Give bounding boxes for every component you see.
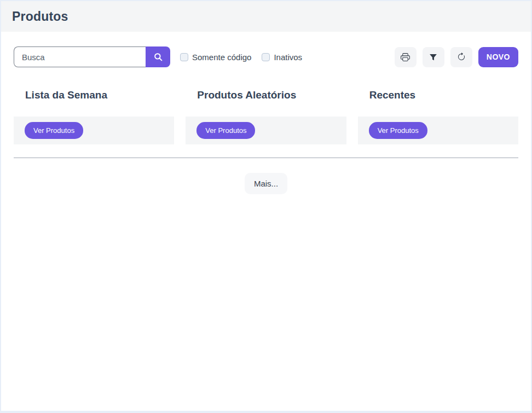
refresh-button[interactable] xyxy=(450,47,472,67)
page-header: Produtos xyxy=(1,1,531,32)
novo-button[interactable]: NOVO xyxy=(478,47,518,67)
checkbox-inativos[interactable]: Inativos xyxy=(262,53,302,62)
section-title: Recentes xyxy=(358,89,518,101)
filter-button[interactable] xyxy=(423,47,444,67)
page-title: Produtos xyxy=(12,9,68,24)
more-row: Mais... xyxy=(14,173,518,194)
section-strip: Ver Produtos xyxy=(358,117,518,144)
printer-icon xyxy=(401,53,410,62)
section-title: Produtos Aleatórios xyxy=(186,89,346,101)
inativos-checkbox[interactable] xyxy=(262,53,270,61)
ver-produtos-button[interactable]: Ver Produtos xyxy=(25,122,83,139)
somente-codigo-label: Somente código xyxy=(192,53,251,62)
sections-row: Lista da Semana Ver Produtos Produtos Al… xyxy=(14,89,518,144)
search-button[interactable] xyxy=(146,46,170,67)
mais-button[interactable]: Mais... xyxy=(245,173,287,194)
app-window: Produtos Somente código xyxy=(0,0,532,413)
somente-codigo-checkbox[interactable] xyxy=(180,53,188,61)
section-lista-da-semana: Lista da Semana Ver Produtos xyxy=(14,89,174,144)
divider xyxy=(14,158,518,158)
inativos-label: Inativos xyxy=(274,53,302,62)
search-group xyxy=(14,46,170,67)
section-recentes: Recentes Ver Produtos xyxy=(358,89,518,144)
filter-funnel-icon xyxy=(429,53,437,61)
section-produtos-aleatorios: Produtos Aleatórios Ver Produtos xyxy=(186,89,346,144)
checkbox-somente-codigo[interactable]: Somente código xyxy=(180,53,251,62)
refresh-icon xyxy=(457,53,466,61)
main-content: Somente código Inativos xyxy=(1,46,531,194)
section-strip: Ver Produtos xyxy=(186,117,346,144)
section-title: Lista da Semana xyxy=(14,89,174,101)
search-icon xyxy=(153,52,163,62)
ver-produtos-button[interactable]: Ver Produtos xyxy=(369,122,427,139)
filter-checkboxes: Somente código Inativos xyxy=(180,53,302,62)
toolbar: Somente código Inativos xyxy=(14,46,518,67)
ver-produtos-button[interactable]: Ver Produtos xyxy=(196,122,255,139)
search-input[interactable] xyxy=(14,46,146,67)
section-strip: Ver Produtos xyxy=(14,117,174,144)
print-button[interactable] xyxy=(395,47,417,67)
